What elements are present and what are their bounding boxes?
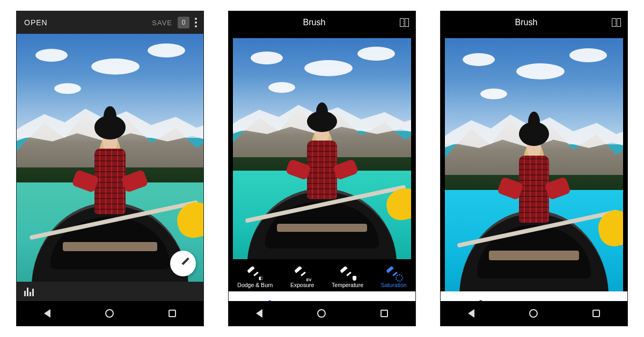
nav-back-icon[interactable]: [468, 309, 474, 318]
photo-canvas[interactable]: [445, 38, 623, 291]
screen-brush-select: Brush ◧ Dodge & Burn EV E: [228, 11, 416, 326]
photo-canvas[interactable]: [233, 38, 411, 259]
edit-count-badge[interactable]: 0: [178, 17, 189, 28]
brush-exposure[interactable]: EV Exposure: [290, 270, 314, 288]
brush-label: Exposure: [290, 282, 314, 288]
brush-icon: [342, 270, 354, 280]
open-button[interactable]: OPEN: [24, 18, 48, 27]
edit-fab[interactable]: [170, 251, 196, 276]
android-nav-bar: [17, 301, 203, 326]
screen-main: OPEN SAVE 0: [16, 11, 204, 326]
nav-back-icon[interactable]: [256, 309, 262, 318]
screen-brush-apply: Brush ✕ ✦ ↓ -5 Te: [440, 11, 628, 326]
android-nav-bar: [441, 301, 627, 326]
histogram-icon[interactable]: [24, 288, 34, 296]
screen-title: Brush: [303, 18, 326, 27]
top-bar: OPEN SAVE 0: [17, 11, 203, 34]
brush-icon: EV: [296, 270, 308, 280]
brush-icon: ◧: [249, 270, 261, 280]
nav-recent-icon[interactable]: [592, 310, 600, 317]
pencil-icon: [178, 259, 188, 268]
compare-icon[interactable]: [400, 18, 409, 27]
brush-dodge-burn[interactable]: ◧ Dodge & Burn: [237, 270, 273, 288]
brush-label: Temperature: [332, 282, 363, 288]
top-bar: Brush: [229, 11, 415, 34]
photo-canvas[interactable]: [17, 34, 203, 282]
android-nav-bar: [229, 301, 415, 326]
brush-label: Saturation: [381, 282, 407, 288]
nav-home-icon[interactable]: [529, 309, 538, 318]
screen-title: Brush: [515, 18, 538, 27]
brush-saturation[interactable]: Saturation: [381, 270, 407, 288]
save-button[interactable]: SAVE: [152, 19, 172, 27]
overflow-menu-icon[interactable]: [195, 18, 197, 27]
brush-type-row: ◧ Dodge & Burn EV Exposure Temperature S…: [229, 259, 415, 291]
nav-back-icon[interactable]: [44, 309, 50, 318]
compare-icon[interactable]: [612, 18, 621, 27]
bottom-bar: [17, 282, 203, 302]
brush-label: Dodge & Burn: [237, 282, 273, 288]
brush-temperature[interactable]: Temperature: [332, 270, 363, 288]
brush-icon: [388, 270, 400, 280]
top-bar: Brush: [441, 11, 627, 34]
nav-home-icon[interactable]: [105, 309, 114, 318]
nav-home-icon[interactable]: [317, 309, 326, 318]
nav-recent-icon[interactable]: [380, 310, 388, 317]
nav-recent-icon[interactable]: [169, 310, 176, 317]
